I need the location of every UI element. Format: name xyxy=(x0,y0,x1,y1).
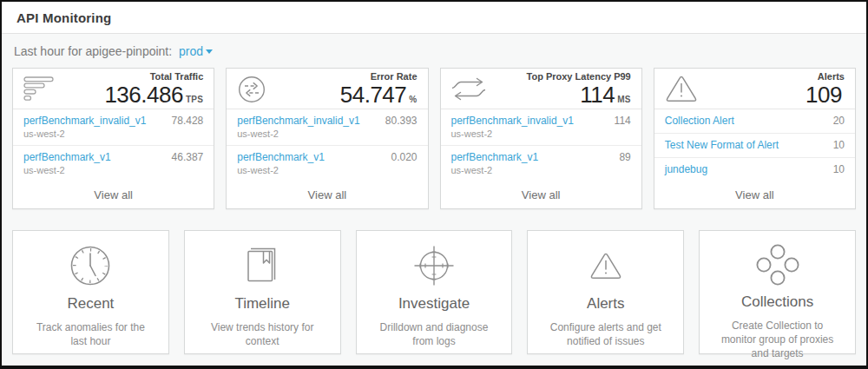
dashboard-body: Last hour for apigee-pinpoint: prod Tota… xyxy=(2,34,866,366)
metric-item-link[interactable]: perfBenchmark_v1 xyxy=(23,151,111,163)
metric-item-link[interactable]: perfBenchmark_invalid_v1 xyxy=(451,115,574,127)
metric-value: 136.486 xyxy=(104,82,182,108)
metric-item-link[interactable]: Collection Alert xyxy=(665,115,734,127)
latency-arrows-icon xyxy=(451,77,486,101)
nav-card-alerts[interactable]: Alerts Configure alerts and get notified… xyxy=(527,230,684,354)
metric-item-row: Collection Alert 20 xyxy=(665,115,845,127)
metric-value: 54.747 xyxy=(340,82,407,108)
metric-item-value: 78.428 xyxy=(172,115,204,127)
metric-list-item: perfBenchmark_v1 89 us-west-2 xyxy=(441,146,641,181)
nav-cards-row: Recent Track anomalies for the last hour… xyxy=(12,230,856,354)
metric-item-value: 10 xyxy=(833,139,845,151)
nav-card-description: Configure alerts and get notified of iss… xyxy=(536,320,674,348)
nav-card-icon-slot xyxy=(69,243,112,288)
metric-item-link[interactable]: Test New Format of Alert xyxy=(665,139,779,151)
page-title: API Monitoring xyxy=(16,10,111,25)
alert-triangle-icon xyxy=(589,252,622,280)
metric-card-meta: Total Traffic 136.486 TPS xyxy=(104,71,203,108)
metric-item-region: us-west-2 xyxy=(23,128,203,139)
nav-card-investigate[interactable]: Investigate Drilldown and diagnose from … xyxy=(356,230,513,354)
metric-item-row: Test New Format of Alert 10 xyxy=(665,139,845,151)
metric-item-list: perfBenchmark_invalid_v1 80.393 us-west-… xyxy=(227,109,427,181)
nav-card-description: View trends history for context xyxy=(194,320,332,348)
view-all-button[interactable]: View all xyxy=(654,181,855,210)
metric-title: Alerts xyxy=(806,71,845,82)
alert-triangle-icon xyxy=(665,75,698,103)
metric-value-line: 109 xyxy=(806,82,845,108)
metric-item-value: 46.387 xyxy=(172,151,204,163)
metric-unit: % xyxy=(409,95,417,104)
metric-title: Error Rate xyxy=(340,71,418,82)
metric-item-list: perfBenchmark_invalid_v1 114 us-west-2 p… xyxy=(441,109,641,181)
metric-list-item: perfBenchmark_invalid_v1 114 us-west-2 xyxy=(441,109,641,146)
metric-card: Top Proxy Latency P99 114 MS perfBenchma… xyxy=(440,68,642,209)
metric-card-meta: Alerts 109 xyxy=(806,71,845,108)
metric-value-line: 54.747 % xyxy=(340,82,418,108)
filter-label: Last hour for apigee-pinpoint: xyxy=(14,44,172,58)
metric-card-header: Error Rate 54.747 % xyxy=(227,69,427,109)
nav-card-recent[interactable]: Recent Track anomalies for the last hour xyxy=(12,230,169,354)
metric-item-link[interactable]: perfBenchmark_v1 xyxy=(451,151,539,163)
nav-card-description: Drilldown and diagnose from logs xyxy=(365,320,503,348)
metric-item-region: us-west-2 xyxy=(451,128,631,139)
metric-list-item: perfBenchmark_v1 46.387 us-west-2 xyxy=(13,146,214,181)
crosshair-icon xyxy=(411,243,457,288)
metric-item-link[interactable]: jundebug xyxy=(665,163,707,175)
metric-item-link[interactable]: perfBenchmark_v1 xyxy=(237,151,325,163)
metric-value: 114 xyxy=(580,82,615,108)
nav-card-icon-slot xyxy=(411,243,457,288)
metric-item-region: us-west-2 xyxy=(237,128,417,139)
metric-card-meta: Top Proxy Latency P99 114 MS xyxy=(527,71,631,108)
environment-dropdown[interactable]: prod xyxy=(179,44,213,58)
metric-card-header: Top Proxy Latency P99 114 MS xyxy=(441,69,641,109)
nav-card-timeline[interactable]: Timeline View trends history for context xyxy=(184,230,341,354)
metric-list-item: Test New Format of Alert 10 xyxy=(654,134,855,158)
metric-title: Total Traffic xyxy=(104,71,203,82)
metric-unit: TPS xyxy=(186,95,203,104)
metric-item-list: perfBenchmark_invalid_v1 78.428 us-west-… xyxy=(13,109,214,181)
metric-item-link[interactable]: perfBenchmark_invalid_v1 xyxy=(237,115,359,127)
nav-card-collections[interactable]: Collections Create Collection to monitor… xyxy=(699,230,856,354)
metric-value: 109 xyxy=(806,82,842,108)
environment-value[interactable]: prod xyxy=(179,44,203,58)
metric-card-icon-slot xyxy=(451,77,486,101)
metric-item-value: 80.393 xyxy=(385,115,418,127)
nav-card-description: Create Collection to monitor group of pr… xyxy=(708,319,846,361)
collection-circles-icon xyxy=(754,243,801,287)
metric-item-row: perfBenchmark_invalid_v1 114 xyxy=(451,115,631,127)
nav-card-description: Track anomalies for the last hour xyxy=(22,320,160,348)
metric-item-row: perfBenchmark_v1 46.387 xyxy=(23,151,203,163)
metric-card-icon-slot xyxy=(665,75,698,103)
metric-item-value: 20 xyxy=(833,115,845,127)
api-monitoring-dashboard: API Monitoring Last hour for apigee-pinp… xyxy=(0,0,868,369)
metric-unit: MS xyxy=(617,95,631,104)
metric-card-icon-slot xyxy=(237,75,266,104)
view-all-button[interactable]: View all xyxy=(227,181,427,210)
metric-title: Top Proxy Latency P99 xyxy=(527,71,631,82)
metric-item-row: jundebug 10 xyxy=(665,163,845,175)
metric-card-icon-slot xyxy=(23,76,56,102)
view-all-button[interactable]: View all xyxy=(441,181,641,210)
nav-card-icon-slot xyxy=(242,243,282,288)
error-exchange-icon xyxy=(237,75,266,104)
chevron-down-icon xyxy=(206,49,213,54)
nav-card-icon-slot xyxy=(589,243,622,288)
nav-card-label: Timeline xyxy=(234,295,290,313)
metric-list-item: perfBenchmark_v1 0.020 us-west-2 xyxy=(227,146,427,181)
metric-item-link[interactable]: perfBenchmark_invalid_v1 xyxy=(23,115,146,127)
clock-icon xyxy=(69,244,112,287)
filter-bar: Last hour for apigee-pinpoint: prod xyxy=(14,44,856,58)
metric-item-row: perfBenchmark_invalid_v1 78.428 xyxy=(23,115,203,127)
metric-item-value: 0.020 xyxy=(391,151,417,163)
metric-item-row: perfBenchmark_invalid_v1 80.393 xyxy=(237,115,417,127)
metric-list-item: perfBenchmark_invalid_v1 78.428 us-west-… xyxy=(13,109,214,146)
metric-card: Total Traffic 136.486 TPS perfBenchmark_… xyxy=(12,68,214,209)
metric-item-region: us-west-2 xyxy=(451,165,631,175)
metric-card-meta: Error Rate 54.747 % xyxy=(340,71,418,108)
nav-card-label: Alerts xyxy=(587,295,624,313)
view-all-button[interactable]: View all xyxy=(13,181,214,210)
nav-card-icon-slot xyxy=(754,243,801,287)
book-icon xyxy=(242,247,282,285)
metric-card-header: Total Traffic 136.486 TPS xyxy=(13,69,214,109)
metric-value-line: 114 MS xyxy=(527,82,631,108)
